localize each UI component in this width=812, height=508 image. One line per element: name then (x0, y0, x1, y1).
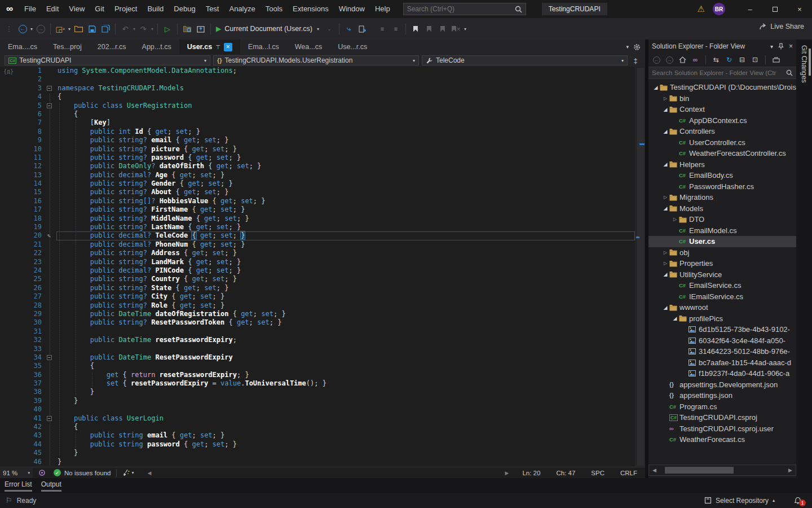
menu-project[interactable]: Project (109, 0, 142, 18)
hscroll-left-arrow[interactable]: ◀ (144, 470, 155, 476)
navigate-to-code-icon[interactable]: ⤷ (343, 22, 355, 36)
expand-arrow-icon[interactable]: ◢ (661, 107, 669, 112)
find-in-files-icon[interactable] (181, 22, 193, 36)
git-changes-tab[interactable]: Git Changes (800, 45, 808, 83)
se-hscroll-thumb[interactable] (665, 467, 734, 474)
previous-bookmark-icon[interactable] (423, 22, 435, 36)
tree-item-bc7aafae-1b15-44ad-aaac-d[interactable]: bc7aafae-1b15-44ad-aaac-d (648, 357, 796, 369)
save-all-icon[interactable] (99, 22, 112, 36)
minimize-button[interactable]: – (738, 0, 762, 18)
menu-file[interactable]: File (19, 0, 41, 18)
code-line-28[interactable]: 28 public string? Role { get; set; } (0, 301, 635, 310)
code-line-32[interactable]: 32 public DateTime resetPasswordExpiry; (0, 336, 635, 344)
open-folder-icon[interactable] (72, 22, 85, 36)
se-hscroll-right-arrow[interactable]: ▶ (785, 467, 796, 473)
tree-item-helpers[interactable]: ◢Helpers (648, 159, 796, 170)
code-cleanup-icon[interactable] (122, 469, 130, 476)
type-dropdown[interactable]: {​} TestingCRUDAPI.Models.UserRegistrati… (213, 55, 419, 65)
toolbar-drag-handle[interactable]: ⋮ (3, 22, 15, 36)
code-line-46[interactable]: 46} (0, 458, 635, 466)
indent-increase-icon[interactable]: ≡ (390, 22, 402, 36)
code-line-44[interactable]: 44 public string password { get; set; } (0, 440, 635, 449)
panel-menu-dropdown-icon[interactable]: ▾ (770, 43, 773, 50)
code-line-17[interactable]: 17 public string? FirstName { get; set; … (0, 205, 635, 214)
document-tab-user-cs[interactable]: User.cs⊤✕ (179, 40, 240, 54)
intellicode-icon[interactable] (38, 469, 46, 476)
sync-with-active-document-icon[interactable]: ⇆ (711, 54, 721, 65)
menu-view[interactable]: View (64, 0, 90, 18)
menu-build[interactable]: Build (142, 0, 169, 18)
code-line-29[interactable]: 29 public DateTime dateOfRegistration { … (0, 310, 635, 318)
indent-mode-indicator[interactable]: SPC (583, 470, 612, 476)
document-tab-ema-l-cs[interactable]: Ema...l.cs (240, 40, 287, 54)
code-line-30[interactable]: 30 public string? ResetPasswordToken { g… (0, 318, 635, 327)
se-search-input[interactable] (652, 69, 786, 76)
start-without-debugging-icon[interactable]: ▷ (161, 22, 174, 36)
collapse-toggle[interactable]: − (47, 103, 52, 108)
code-line-16[interactable]: 16 public string[]? HobbiesValue { get; … (0, 197, 635, 205)
home-icon[interactable] (677, 54, 687, 65)
expand-arrow-icon[interactable]: ◢ (661, 305, 669, 310)
editor-vertical-scrollbar[interactable] (635, 67, 645, 467)
code-editor[interactable]: 1using System.ComponentModel.DataAnnotat… (0, 67, 645, 467)
document-tab-tes-proj[interactable]: Tes...proj (45, 40, 90, 54)
se-back-icon[interactable]: ← (651, 54, 661, 65)
code-line-10[interactable]: 10 public string? picture { get; set; } (0, 145, 635, 154)
tree-item-models[interactable]: ◢Models (648, 203, 796, 214)
code-line-26[interactable]: 26 public string? State { get; set; } (0, 284, 635, 292)
menu-edit[interactable]: Edit (41, 0, 64, 18)
code-line-23[interactable]: 23 public string? LandMark { get; set; } (0, 258, 635, 266)
tree-item-user-cs[interactable]: C#User.cs (648, 236, 796, 247)
code-cleanup-dropdown[interactable]: ▾ (131, 470, 134, 475)
tree-item-utilityservice[interactable]: ◢UtilityService (648, 269, 796, 281)
se-forward-icon[interactable]: → (664, 54, 674, 65)
tab-close-icon[interactable]: ✕ (224, 43, 232, 51)
code-line-42[interactable]: 42 { (0, 423, 635, 431)
tree-item-testingcrudapi-d-documents-drois[interactable]: ◢TestingCRUDAPI (D:\Documents\Drois (648, 82, 796, 93)
collapse-toggle[interactable]: − (47, 416, 52, 421)
tree-item-weatherforecast-cs[interactable]: C#WeatherForecast.cs (648, 434, 796, 445)
expand-arrow-icon[interactable]: ▷ (661, 250, 669, 255)
tree-item-testingcrudapi-csproj[interactable]: C#TestingCRUDAPI.csproj (648, 412, 796, 423)
code-line-43[interactable]: 43 public string email { get; set; } (0, 431, 635, 440)
select-repository-button[interactable]: Select Repository ▴ (704, 497, 775, 505)
code-line-22[interactable]: 22 public string? Address { get; set; } (0, 249, 635, 257)
tree-item-weatherforecastcontroller-cs[interactable]: C#WeatherForecastController.cs (648, 148, 796, 159)
code-line-25[interactable]: 25 public string? Country { get; set; } (0, 275, 635, 283)
search-input[interactable] (407, 5, 515, 13)
code-line-8[interactable]: 8 public int Id { get; set; } (0, 128, 635, 136)
error-list-tab[interactable]: Error List (5, 480, 32, 492)
document-outline-icon[interactable] (356, 22, 369, 36)
menu-window[interactable]: Window (334, 0, 370, 18)
toggle-bookmark-icon[interactable] (409, 22, 422, 36)
expand-arrow-icon[interactable]: ▷ (661, 261, 669, 266)
zoom-control[interactable]: 91 %▾ (0, 467, 33, 479)
restore-button[interactable] (762, 0, 787, 18)
tab-pin-icon[interactable]: ⊤ (215, 44, 220, 50)
editor-options-gear-icon[interactable] (633, 43, 641, 51)
menu-debug[interactable]: Debug (169, 0, 200, 18)
se-hscroll-left-arrow[interactable]: ◀ (649, 467, 660, 473)
code-line-5[interactable]: 5− public class UserRegistration (0, 102, 635, 110)
switch-views-icon[interactable]: ∞ (690, 54, 700, 65)
column-indicator[interactable]: Ch: 47 (548, 470, 583, 476)
code-line-9[interactable]: 9 public string? email { get; set; } (0, 136, 635, 144)
document-tab-202-r-cs[interactable]: 202...r.cs (90, 40, 134, 54)
code-line-39[interactable]: 39 } (0, 397, 635, 405)
code-line-2[interactable]: 2 (0, 75, 635, 84)
code-line-21[interactable]: 21 public decimal? PhoneNum { get; set; … (0, 240, 635, 249)
navigate-backward-icon[interactable]: ← (16, 22, 29, 36)
issues-status[interactable]: No issues found (64, 470, 111, 476)
close-panel-icon[interactable]: × (789, 42, 793, 50)
new-project-dropdown[interactable]: ▾ (68, 27, 70, 32)
menu-test[interactable]: Test (201, 0, 224, 18)
scrollbar-thumb[interactable] (637, 68, 645, 466)
code-line-38[interactable]: 38 } (0, 388, 635, 396)
collapse-toggle[interactable]: − (47, 86, 52, 91)
properties-icon[interactable] (771, 54, 781, 65)
se-horizontal-scrollbar[interactable]: ◀ ▶ (648, 465, 796, 476)
document-tab-use-r-cs[interactable]: Use...r.cs (330, 40, 375, 54)
tree-item-6d1b5125-73be-4b43-9102-[interactable]: 6d1b5125-73be-4b43-9102- (648, 324, 796, 335)
code-line-1[interactable]: 1using System.ComponentModel.DataAnnotat… (0, 67, 635, 75)
tree-item-bin[interactable]: ▷bin (648, 93, 796, 104)
